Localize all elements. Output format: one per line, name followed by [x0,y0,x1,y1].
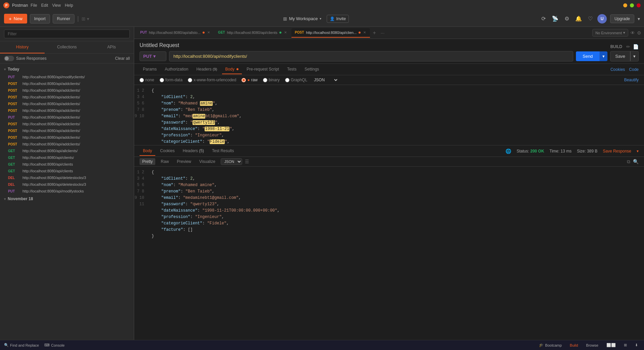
edit-icon[interactable]: ✏ [626,44,630,49]
sub-tab-tests[interactable]: Tests [284,65,300,74]
doc-icon[interactable]: 📄 [633,44,639,49]
request-code-content[interactable]: { "idClient": 2, "nom": "Mohamed amine",… [148,85,644,145]
history-item[interactable]: GEThttp://localhost:8080/api/clients [0,161,134,168]
tab-close-0[interactable]: ✕ [207,30,211,35]
bell-icon[interactable]: 🔔 [574,14,583,23]
body-radio-binary[interactable] [263,78,267,82]
body-radio-none[interactable] [140,78,144,82]
format-preview[interactable]: Preview [174,158,194,165]
save-button[interactable]: Save [610,51,630,61]
resp-tab-headers[interactable]: Headers (5) [179,146,207,156]
cookies-link[interactable]: Cookies [610,67,625,72]
format-visualize[interactable]: Visualize [197,158,218,165]
save-response-button[interactable]: Save Response [603,149,631,154]
history-item[interactable]: POSThttp://localhost:8080/api/addclients… [0,94,134,100]
history-item[interactable]: POSThttp://localhost:8080/api/addclients… [0,80,134,87]
method-selector[interactable]: PUT ▾ [140,51,166,61]
body-option-formdata[interactable]: form-data [160,78,182,82]
clear-all-button[interactable]: Clear all [115,56,130,61]
invite-button[interactable]: 👤 Invite [327,15,349,23]
upgrade-dropdown-icon[interactable]: ▾ [638,16,640,21]
history-item[interactable]: GEThttp://localhost:8080/api/clients/ [0,154,134,161]
env-settings-icon[interactable]: ⚙ [637,30,641,36]
body-option-none[interactable]: none [140,78,154,82]
format-raw[interactable]: Raw [158,158,171,165]
search-icon[interactable]: 🔍 [633,159,639,165]
history-item[interactable]: POSThttp://localhost:8080/api/addclients… [0,134,134,141]
history-item[interactable]: POSThttp://localhost:8080/api/addclients… [0,127,134,134]
sub-tab-authorization[interactable]: Authorization [161,65,192,74]
menu-view[interactable]: View [52,3,61,8]
body-option-binary[interactable]: binary [263,78,280,82]
sub-tab-headers[interactable]: Headers (9) [193,65,220,74]
save-dropdown-button[interactable]: ▾ [630,51,639,61]
beautify-button[interactable]: Beautify [624,78,639,82]
history-item[interactable]: POSThttp://localhost:8080/api/addclients… [0,107,134,114]
body-option-graphql[interactable]: GraphQL [285,78,307,82]
console-button[interactable]: ⌨ Console [44,343,64,347]
resp-tab-cookies[interactable]: Cookies [157,146,178,156]
send-dropdown-button[interactable]: ▾ [599,51,607,61]
json-format-dropdown[interactable]: JSON Text JavaScript HTML XML [313,77,338,83]
body-radio-formdata[interactable] [160,78,164,82]
satellite-icon[interactable]: 📡 [550,14,560,23]
add-tab-button[interactable]: + [371,30,378,36]
send-button[interactable]: Send [576,51,599,61]
resp-tab-testresults[interactable]: Test Results [209,146,237,156]
tab-close-1[interactable]: ✕ [283,30,287,35]
workspace-selector[interactable]: ⊞ My Workspace ▾ [280,15,324,23]
history-item[interactable]: POSThttp://localhost:8080/api/addclients… [0,141,134,147]
layout-columns-icon[interactable]: ⬜⬜ [604,342,618,348]
copy-icon[interactable]: ⧉ [627,159,630,165]
search-input[interactable] [4,30,130,38]
env-eye-icon[interactable]: 👁 [630,30,635,36]
layout-grid-icon[interactable]: ⊞ [622,342,629,348]
save-responses-toggle[interactable] [4,56,14,61]
history-item[interactable]: PUThttp://localhost:8080/api/modifyclien… [0,74,134,80]
body-radio-raw[interactable] [241,78,246,82]
sub-tab-settings[interactable]: Settings [301,65,322,74]
settings-icon[interactable]: ⚙ [563,14,571,23]
body-radio-graphql[interactable] [285,78,289,82]
resp-tab-body[interactable]: Body [140,146,155,156]
request-tab-2[interactable]: POST http://localhost:8080/api/clien... … [291,28,370,38]
history-item[interactable]: PUThttp://localhost:8080/api/modifystock… [0,188,134,194]
filter-icon[interactable]: ☰ [245,159,249,164]
maximize-button[interactable] [630,3,634,7]
tab-history[interactable]: History [0,41,45,53]
sub-tab-prerequest[interactable]: Pre-request Script [243,65,282,74]
browse-button[interactable]: Browse [584,343,600,348]
download-icon[interactable]: ⬇ [633,342,640,348]
build-status-button[interactable]: Build [568,343,580,348]
history-item[interactable]: GEThttp://localhost:8080/api/clients [0,168,134,174]
tab-close-2[interactable]: ✕ [363,30,367,35]
upgrade-button[interactable]: Upgrade [610,14,634,23]
response-format-dropdown[interactable]: JSON Text [221,158,242,165]
heart-icon[interactable]: ♡ [587,14,594,23]
runner-button[interactable]: Runner [53,14,74,24]
history-item[interactable]: POSThttp://localhost:8080/api/addclients… [0,121,134,127]
find-replace-button[interactable]: 🔍 Find and Replace [4,343,39,347]
history-item[interactable]: DELhttp://localhost:8080/api/deletestock… [0,181,134,188]
tab-apis[interactable]: APIs [89,41,134,53]
code-link[interactable]: Code [629,67,639,72]
body-option-raw[interactable]: ● raw [241,78,258,82]
body-option-urlencoded[interactable]: x-www-form-urlencoded [188,78,236,82]
body-radio-urlencoded[interactable] [188,78,192,82]
sub-tab-body[interactable]: Body [222,65,242,74]
layout-icon[interactable]: ⊞ ▾ [82,16,89,21]
menu-file[interactable]: File [31,3,37,8]
history-item[interactable]: PUThttp://localhost:8080/api/addclients/ [0,114,134,121]
minimize-button[interactable] [623,3,627,7]
import-button[interactable]: Import [30,14,50,24]
more-tabs-button[interactable]: ··· [379,30,387,36]
close-button[interactable] [637,3,641,7]
history-item[interactable]: DELhttp://localhost:8080/api/deletestock… [0,174,134,181]
history-item[interactable]: POSThttp://localhost:8080/api/addclients… [0,100,134,107]
environment-dropdown[interactable]: No Environment ▾ [592,29,628,37]
sync-icon[interactable]: ⟳ [540,14,547,23]
avatar[interactable]: U [597,14,607,24]
menu-edit[interactable]: Edit [41,3,48,8]
history-item[interactable]: POSThttp://localhost:8080/api/addclients… [0,87,134,94]
request-tab-1[interactable]: GET http://localhost:8080/api/clients ✕ [215,28,291,38]
